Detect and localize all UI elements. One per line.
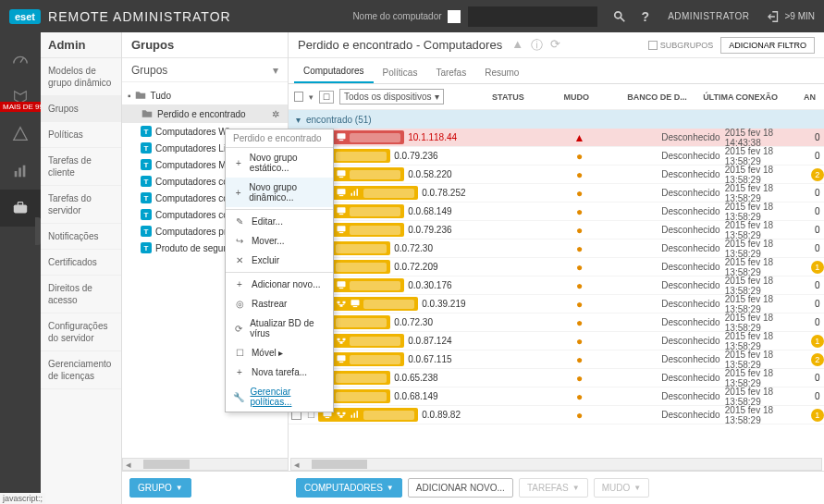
group-button[interactable]: GRUPO▼ (129, 478, 191, 498)
add-filter-button[interactable]: ADICIONAR FILTRO (720, 37, 815, 54)
group-band[interactable]: ▾encontrado (51) (289, 110, 824, 129)
table-row[interactable]: ☐0.0.72.209●Desconhecido2015 fev 18 13:5… (289, 258, 824, 277)
tree-item-selected[interactable]: Perdido e encontrado ✲ (122, 104, 288, 123)
select-all-checkbox[interactable] (294, 92, 303, 102)
table-row[interactable]: ☐0.0.79.236●Desconhecido2015 fev 18 13:5… (289, 147, 824, 166)
context-menu-item[interactable]: +Adicionar novo... (226, 275, 333, 294)
table-row[interactable]: ☐0.0.89.82●Desconhecido2015 fev 18 13:58… (289, 406, 824, 424)
rail-threats-icon[interactable] (0, 116, 41, 153)
warning-icon: ● (576, 168, 583, 181)
context-menu-item[interactable]: ⟳Atualizar BD de vírus (226, 313, 333, 343)
table-row[interactable]: ☐0.0.68.149●Desconhecido2015 fev 18 13:5… (289, 387, 824, 406)
tab[interactable]: Políticas (374, 62, 427, 83)
context-menu-item[interactable]: +Novo grupo estático... (226, 148, 333, 178)
warning-icon: ● (576, 187, 583, 200)
chevron-down-icon[interactable]: ▾ (273, 64, 278, 77)
dynamic-group-icon: T (141, 176, 152, 187)
checkbox-icon[interactable] (648, 41, 658, 50)
groups-hscroll[interactable]: ◂ (122, 458, 289, 471)
col-mudo[interactable]: MUDO (564, 92, 622, 102)
table-row[interactable]: ☐0.0.58.220●Desconhecido2015 fev 18 13:5… (289, 166, 824, 184)
svg-rect-65 (326, 417, 330, 418)
admin-item[interactable]: Tarefas de cliente (41, 148, 121, 186)
admin-item[interactable]: Grupos (41, 96, 121, 122)
ip-address: 0.0.78.252 (422, 188, 465, 198)
col-banco[interactable]: BANCO DE D... (627, 92, 697, 102)
svg-rect-5 (23, 166, 26, 178)
search-type-dropdown[interactable] (448, 10, 461, 23)
display-mode-icon[interactable]: ☐ (319, 91, 334, 104)
db-cell: Desconhecido (661, 354, 725, 364)
admin-item[interactable]: Certificados (41, 250, 121, 276)
context-menu-item[interactable]: ◎Rastrear (226, 294, 333, 313)
move-icon: ↪ (233, 236, 246, 246)
admin-item[interactable]: Políticas (41, 122, 121, 148)
admin-item[interactable]: Modelos de grupo dinâmico (41, 58, 121, 96)
warning-icon: ● (576, 224, 583, 237)
table-row[interactable]: ☐0.0.87.124●Desconhecido2015 fev 18 13:5… (289, 332, 824, 350)
gear-icon[interactable]: ✲ (269, 109, 282, 119)
tree-root[interactable]: ▪ Tudo (122, 86, 288, 104)
context-menu-item[interactable]: ✕Excluir (226, 251, 333, 270)
search-input[interactable] (468, 6, 597, 27)
table-row[interactable]: ☐0.0.72.30●Desconhecido2015 fev 18 13:58… (289, 240, 824, 258)
alert-icon: ▲ (574, 131, 585, 144)
table-row[interactable]: ☐0.0.78.252●Desconhecido2015 fev 18 13:5… (289, 184, 824, 203)
main-hscroll[interactable]: ◂ (290, 458, 822, 471)
search-icon[interactable] (607, 6, 633, 27)
admin-item[interactable]: Notificações (41, 224, 121, 250)
context-menu-item[interactable]: ↪Mover... (226, 231, 333, 251)
table-row[interactable]: ☐0.0.79.236●Desconhecido2015 fev 18 13:5… (289, 221, 824, 240)
tab[interactable]: Tarefas (426, 62, 475, 83)
alerts-count-cell: 0 (811, 317, 825, 327)
admin-item[interactable]: Configurações do servidor (41, 313, 121, 351)
context-menu-item[interactable]: +Novo grupo dinâmico... (226, 178, 333, 207)
table-row[interactable]: ☐0.0.67.115●Desconhecido2015 fev 18 13:5… (289, 350, 824, 369)
computers-button[interactable]: COMPUTADORES▼ (296, 478, 402, 498)
scrollbar-thumb[interactable] (312, 460, 367, 469)
table-row[interactable]: ☐0.0.68.149●Desconhecido2015 fev 18 13:5… (289, 203, 824, 221)
context-menu-item[interactable]: 🔧Gerenciar políticas... (226, 382, 333, 412)
tab[interactable]: Resumo (475, 62, 528, 83)
admin-item[interactable]: Gerenciamento de licenças (41, 351, 121, 389)
table-row[interactable]: ☐0.0.39.219●Desconhecido2015 fev 18 13:5… (289, 295, 824, 313)
dynamic-group-icon: T (141, 159, 152, 170)
admin-item[interactable]: Direitos de acesso (41, 276, 121, 313)
current-user[interactable]: ADMINISTRATOR (668, 11, 749, 21)
table-row[interactable]: ☐0.0.72.30●Desconhecido2015 fev 18 13:58… (289, 313, 824, 332)
alerts-count-cell: 0 (811, 151, 825, 161)
collapse-icon[interactable]: ▾ (296, 115, 301, 125)
table-row[interactable]: ☐0.0.65.238●Desconhecido2015 fev 18 13:5… (289, 369, 824, 387)
alerts-count-cell: 0 (811, 299, 825, 309)
col-an[interactable]: AN (804, 92, 818, 102)
last-connection-cell: 2015 fev 18 13:58:29 (725, 239, 811, 259)
ip-address: 0.0.65.238 (394, 373, 437, 383)
context-menu-item[interactable]: ✎Editar... (226, 212, 333, 231)
subgroups-toggle[interactable]: SUBGRUPOS (648, 41, 714, 50)
rail-dashboard-icon[interactable] (0, 42, 41, 79)
context-menu-item[interactable]: ☐Móvel ▸ (226, 343, 333, 363)
col-ultima[interactable]: ÚLTIMA CONEXÃO (703, 92, 798, 102)
admin-item[interactable]: Tarefas do servidor (41, 186, 121, 224)
svg-rect-47 (351, 300, 360, 305)
context-menu-item[interactable]: +Nova tarefa... (226, 363, 333, 382)
table-row[interactable]: ☐10.1.118.44▲Desconhecido2015 fev 18 14:… (289, 129, 824, 147)
mute-button[interactable]: MUDO▼ (594, 478, 649, 498)
select-dropdown-icon[interactable]: ▾ (309, 92, 314, 102)
rail-reports-icon[interactable] (0, 153, 41, 190)
tab[interactable]: Computadores (294, 60, 374, 83)
warning-icon: ● (576, 372, 583, 385)
refresh-icon[interactable]: ⟳ (550, 37, 560, 54)
tasks-button[interactable]: TAREFAS▼ (519, 478, 588, 498)
table-row[interactable]: ☐0.0.30.176●Desconhecido2015 fev 18 13:5… (289, 277, 824, 295)
db-cell: Desconhecido (661, 373, 725, 383)
col-status[interactable]: STATUS (492, 92, 559, 102)
scrollbar-thumb[interactable] (143, 460, 190, 469)
add-new-button[interactable]: ADICIONAR NOVO... (408, 478, 513, 498)
tree-collapse-icon[interactable]: ▪ (128, 91, 131, 101)
help-icon[interactable]: ? (642, 9, 650, 24)
menu-item-label: Rastrear (252, 299, 287, 309)
alerts-count-cell: 0 (811, 373, 825, 383)
logout-button[interactable]: >9 MIN (768, 10, 815, 23)
device-filter-select[interactable]: Todos os dispositivos▾ (339, 89, 444, 104)
